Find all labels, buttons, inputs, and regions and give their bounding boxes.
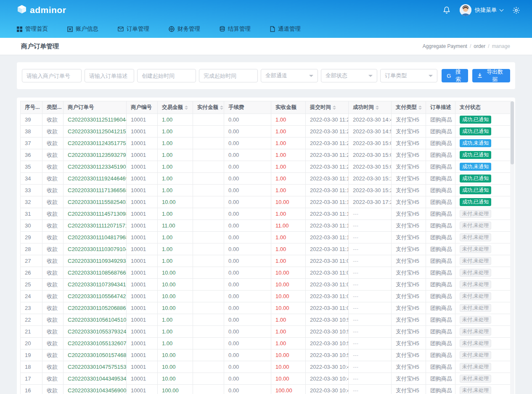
user-menu-label: 快捷菜单 — [475, 6, 497, 14]
cell-paid — [193, 349, 224, 361]
cell-submit: 2022-03-30 11:23:59 — [306, 149, 349, 161]
table-row: 28收款C20220330111030791041100011.000.001.… — [21, 243, 512, 255]
cell-received: 1.00 — [271, 149, 306, 161]
cell-type: 收款 — [42, 385, 64, 394]
sort-icon[interactable] — [376, 106, 379, 110]
cell-pay_type: 支付宝H5 — [392, 267, 426, 279]
cell-success: --- — [349, 255, 392, 267]
table-scrollbar[interactable] — [510, 101, 514, 394]
cell-status: 未付,未处理 — [455, 349, 512, 361]
cell-status: 未付,未处理 — [455, 326, 512, 338]
cell-status: 成功,已通知 — [455, 185, 512, 196]
cell-success: --- — [349, 349, 392, 361]
cell-pay_type: 支付宝H5 — [392, 291, 426, 302]
breadcrumb-item-root[interactable]: Aggregate Payment — [423, 43, 467, 49]
create-time-input[interactable] — [137, 69, 196, 82]
col-header-fee: 手续费 — [224, 101, 271, 114]
cell-amount: 1.00 — [158, 149, 193, 161]
cell-paid — [193, 243, 224, 255]
nav-item-orders[interactable]: 订单管理 — [118, 25, 149, 33]
search-button[interactable]: G 搜索 — [442, 69, 468, 82]
status-select-value: 全部状态 — [326, 72, 347, 79]
cell-success: --- — [349, 361, 392, 373]
col-header-merchant: 商户编号 — [127, 101, 158, 114]
cell-success: --- — [349, 326, 392, 338]
cell-fee: 0.00 — [224, 385, 271, 394]
status-badge: 未付,未处理 — [460, 257, 491, 265]
nav-item-home[interactable]: 管理首页 — [17, 25, 48, 33]
col-header-paid[interactable]: 实付金额 — [193, 101, 224, 114]
cell-pay_type: 支付宝H5 — [392, 232, 426, 243]
table-row: 23收款C202203301105206886761000110.000.001… — [21, 302, 512, 314]
app-logo[interactable]: adminor — [17, 4, 66, 16]
cell-order_no: C20220330105513260781 — [64, 338, 127, 349]
cell-type: 收款 — [42, 279, 64, 291]
cell-desc: 团购商品 — [426, 267, 455, 279]
sort-icon[interactable] — [333, 106, 336, 110]
nav-item-settlement[interactable]: 结算管理 — [220, 25, 251, 33]
cell-order_no: C20220330112334519014 — [64, 161, 127, 173]
status-select[interactable]: 全部状态 — [321, 69, 377, 82]
cell-order_no: C20220330111120715719 — [64, 220, 127, 232]
status-badge: 未付,未处理 — [460, 328, 491, 336]
cell-type: 收款 — [42, 232, 64, 243]
order-type-select[interactable]: 订单类型 — [380, 69, 437, 82]
col-header-submit[interactable]: 提交时间 — [306, 101, 349, 114]
finish-time-input[interactable] — [199, 69, 258, 82]
cell-pay_type: 支付宝H5 — [392, 373, 426, 385]
nav-item-channel[interactable]: 通道管理 — [270, 25, 301, 33]
cell-received: 10.00 — [271, 349, 306, 361]
channel-select[interactable]: 全部通道 — [261, 69, 318, 82]
cell-paid — [193, 161, 224, 173]
cell-pay_type: 支付宝H5 — [392, 149, 426, 161]
export-button[interactable]: 导出数据 — [472, 69, 510, 82]
cell-paid — [193, 314, 224, 326]
cell-success: --- — [349, 243, 392, 255]
gear-icon[interactable] — [512, 6, 520, 14]
table-row: 20收款C20220330105513260781100011.000.001.… — [21, 338, 512, 349]
cell-submit: 2022-03-30 11:08:56 — [306, 267, 349, 279]
cell-received: 100.00 — [271, 385, 306, 394]
mail-icon — [118, 26, 124, 32]
status-badge: 成功,未通知 — [460, 163, 491, 171]
col-header-pay_type[interactable]: 支付类型 — [392, 101, 426, 114]
scrollbar-thumb[interactable] — [511, 101, 514, 164]
cell-paid — [193, 279, 224, 291]
cell-pay_type: 支付宝H5 — [392, 138, 426, 149]
breadcrumb-item-order[interactable]: order — [474, 43, 485, 49]
sort-icon[interactable] — [185, 106, 188, 110]
cell-merchant: 10001 — [127, 338, 158, 349]
cell-merchant: 10001 — [127, 149, 158, 161]
sort-icon[interactable] — [220, 106, 223, 110]
cell-type: 收款 — [42, 114, 64, 126]
cell-success: 2022-03-30 15:09:13 — [349, 161, 392, 173]
user-menu[interactable]: 快捷菜单 — [460, 4, 503, 16]
cell-success: --- — [349, 373, 392, 385]
cell-merchant: 10001 — [127, 326, 158, 338]
nav-item-finance[interactable]: 财务管理 — [169, 25, 200, 33]
cell-status: 成功,未通知 — [455, 138, 512, 149]
col-header-success[interactable]: 成功时间 — [349, 101, 392, 114]
order-no-input[interactable] — [22, 69, 82, 82]
main-nav: 管理首页 账户信息 订单管理 财务管理 结算管理 通道管理 — [0, 20, 532, 38]
cell-amount: 1.00 — [158, 126, 193, 138]
cell-amount: 1.00 — [158, 138, 193, 149]
order-desc-input[interactable] — [85, 69, 134, 82]
nav-item-account[interactable]: 账户信息 — [67, 25, 98, 33]
cell-paid — [193, 208, 224, 220]
cell-order_no: C20220330112359327974 — [64, 149, 127, 161]
status-badge: 未付,未处理 — [460, 280, 491, 288]
cell-submit: 2022-03-30 10:47:57 — [306, 361, 349, 373]
cell-type: 收款 — [42, 196, 64, 208]
cell-seq: 36 — [21, 149, 42, 161]
col-header-amount[interactable]: 交易金额 — [158, 101, 193, 114]
bell-icon[interactable] — [443, 6, 450, 14]
sort-icon[interactable] — [418, 106, 422, 110]
table-header-row: 序号...类型...商户订单号商户编号交易金额实付金额手续费实收金额提交时间成功… — [21, 101, 512, 114]
cell-merchant: 10001 — [127, 114, 158, 126]
cell-amount: 1.00 — [158, 232, 193, 243]
table-row: 29收款C20220330111048179689100011.000.001.… — [21, 232, 512, 243]
cell-received: 1.00 — [271, 185, 306, 196]
cell-seq: 16 — [21, 385, 42, 394]
cell-type: 收款 — [42, 185, 64, 196]
